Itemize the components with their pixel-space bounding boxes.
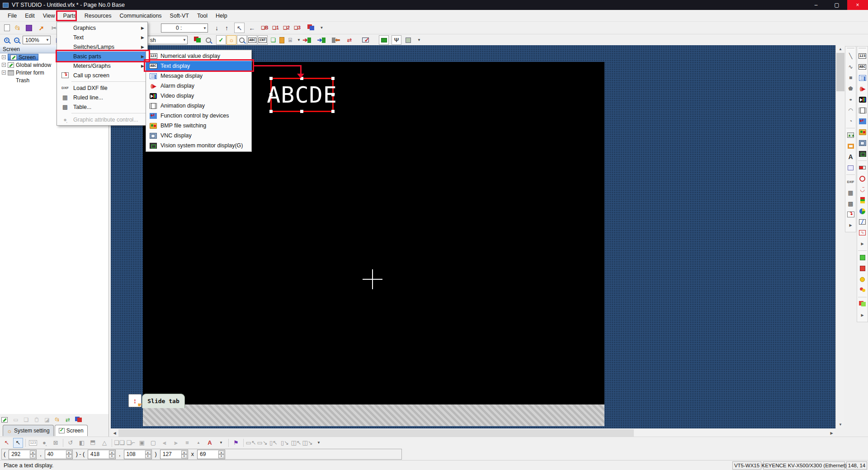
rotate-icon[interactable]: ↺ (66, 438, 75, 448)
edit-screen-icon[interactable] (1, 415, 10, 424)
more-graphs-icon[interactable]: ▶ (857, 238, 868, 249)
image-tool-icon[interactable]: ▲▲ (845, 130, 856, 141)
delete-icon[interactable]: ⊠ (51, 438, 61, 448)
spin-down-icon[interactable]: ▼ (145, 454, 151, 458)
select-mode-6-icon[interactable]: ◫↘ (302, 438, 312, 448)
scrollbar-thumb[interactable] (836, 53, 844, 91)
flip-vertical-icon[interactable]: ◧ (88, 438, 98, 448)
submenu-item-function-control[interactable]: Function control by devices (146, 111, 251, 121)
zoom-in-icon[interactable]: + (2, 35, 12, 45)
menu-item-graphic-attribute-control[interactable]: ●̦Graphic attribute control... (57, 115, 147, 124)
attribute-balls-icon[interactable]: ●̦ (39, 438, 49, 448)
abc-display-icon[interactable]: ABC (247, 35, 257, 45)
switch-green-icon[interactable] (857, 252, 868, 263)
gear-icon[interactable]: ☼ (226, 35, 236, 45)
scrollbar-thumb[interactable] (118, 429, 634, 437)
resize-handle[interactable] (269, 93, 273, 96)
alarm-display-icon[interactable]: ((▶ (857, 83, 868, 94)
format-brush-icon[interactable]: ◪ (42, 415, 52, 424)
resize-handle[interactable] (269, 77, 273, 80)
balloon-tool-icon[interactable] (845, 162, 856, 173)
monitor-wrench-icon[interactable] (379, 35, 389, 45)
scroll-down-icon[interactable]: ▼ (836, 421, 845, 428)
spin-up-icon[interactable]: ▲ (66, 451, 72, 455)
select-icon[interactable]: ↖ (13, 438, 23, 448)
menu-item-table[interactable]: ▩Table... (57, 102, 147, 112)
submenu-item-bmp-file-switching[interactable]: BMP file switching (146, 121, 251, 131)
resize-handle[interactable] (269, 110, 273, 113)
scroll-up-icon[interactable]: ▲ (836, 45, 845, 53)
align-icon[interactable]: △ (99, 438, 109, 448)
select-part-icon[interactable]: ↖ (234, 23, 245, 33)
spin-up-icon[interactable]: ▲ (30, 451, 36, 455)
receive-from-vt-icon[interactable]: ⬅ (331, 35, 341, 45)
minimize-icon[interactable]: – (806, 0, 826, 10)
dxf-tool-icon[interactable]: DXF (845, 176, 856, 187)
cnt-display-icon[interactable]: CNT (258, 35, 268, 45)
menu-soft-vt[interactable]: Soft-VT (166, 10, 193, 21)
back-icon[interactable]: ← (247, 23, 257, 33)
menu-item-graphics[interactable]: Graphics▶ (57, 23, 147, 33)
move-down-icon[interactable]: ↓ (212, 23, 222, 33)
send-usb-icon[interactable]: ➔ (316, 35, 326, 45)
trend-graph-icon[interactable]: ∿ (857, 227, 868, 238)
part-attribute-icon[interactable]: 123 (28, 438, 38, 448)
folder-transfer-icon[interactable]: 📂︎ (53, 415, 62, 424)
simulator-icon[interactable] (403, 35, 413, 45)
menu-item-text[interactable]: Text▶ (57, 33, 147, 42)
resize-handle[interactable] (331, 110, 335, 113)
ellipse-tool-icon[interactable]: ● (845, 94, 856, 105)
x1-spinner[interactable]: 292▲▼ (9, 450, 37, 459)
video-display-icon[interactable] (857, 94, 868, 105)
tab-screen[interactable]: Screen (55, 425, 88, 436)
frame-tool-icon[interactable] (845, 141, 856, 151)
rectangle-tool-icon[interactable]: ■ (845, 72, 856, 83)
menu-item-ruled-line[interactable]: ▦Ruled line... (57, 93, 147, 102)
menu-resources[interactable]: Resources (80, 10, 116, 21)
simulator-dropdown-icon[interactable]: ▼ (414, 35, 424, 45)
call-up-screen-tool-icon[interactable] (845, 209, 856, 220)
multi-lamp-icon[interactable] (857, 285, 868, 296)
select-mode-2-icon[interactable]: ▭↘ (257, 438, 267, 448)
polygon-tool-icon[interactable]: ⬟ (845, 83, 856, 94)
submenu-item-text-display[interactable]: ABCText display (146, 61, 251, 71)
menu-help[interactable]: Help (212, 10, 231, 21)
line-graph-icon[interactable] (857, 216, 868, 227)
copy-icon[interactable]: ❏ (22, 415, 31, 424)
submenu-item-message-display[interactable]: Message display (146, 71, 251, 81)
send-to-vt-icon[interactable]: ➔ (302, 35, 312, 45)
submenu-item-animation-display[interactable]: Animation display (146, 101, 251, 111)
vnc-display-icon[interactable] (857, 137, 868, 148)
resize-handle[interactable] (300, 110, 303, 113)
resize-handle[interactable] (331, 93, 335, 96)
menu-file[interactable]: File (4, 10, 21, 21)
expand-icon[interactable]: + (2, 70, 6, 75)
bar-graph-icon[interactable] (857, 195, 868, 206)
paste-icon[interactable]: 📋︎ (32, 415, 41, 424)
spin-up-icon[interactable]: ▲ (181, 451, 187, 455)
part-number-combo[interactable]: 0 : ▼ (161, 24, 208, 33)
expand-icon[interactable]: + (2, 63, 6, 67)
distribute-icon[interactable]: ≡ (182, 438, 192, 448)
group-icon[interactable]: ❏❏ (114, 438, 124, 448)
text-display-part[interactable]: ABCDE (270, 78, 334, 112)
align-right-icon[interactable]: ⫸ (171, 438, 181, 448)
layer-pages-icon[interactable] (74, 415, 83, 424)
overlap-2-icon[interactable]: ❏2 (281, 23, 292, 33)
polyline-tool-icon[interactable]: ∿ (845, 61, 856, 72)
tab-system-setting[interactable]: ☼ System setting (3, 425, 54, 436)
new-file-icon[interactable] (2, 23, 12, 33)
switch-red-icon[interactable] (857, 263, 868, 274)
layer-stack-dropdown-icon[interactable]: ▼ (316, 23, 327, 33)
spin-up-icon[interactable]: ▲ (145, 451, 151, 455)
sync-both-icon[interactable]: ⇄ (344, 35, 354, 45)
line-tool-icon[interactable]: ╲ (845, 51, 856, 61)
overlap-3-icon[interactable]: ❏3 (292, 23, 302, 33)
close-icon[interactable]: × (847, 0, 868, 10)
submenu-item-video-display[interactable]: Video display (146, 91, 251, 101)
zoom-doc-icon[interactable] (237, 35, 247, 45)
text-tool-icon[interactable]: A (845, 151, 856, 162)
layer-stack-icon[interactable] (306, 23, 316, 33)
send-back-icon[interactable]: ▢ (148, 438, 158, 448)
slide-tab-icon[interactable]: ↕ ☛ (128, 394, 142, 407)
